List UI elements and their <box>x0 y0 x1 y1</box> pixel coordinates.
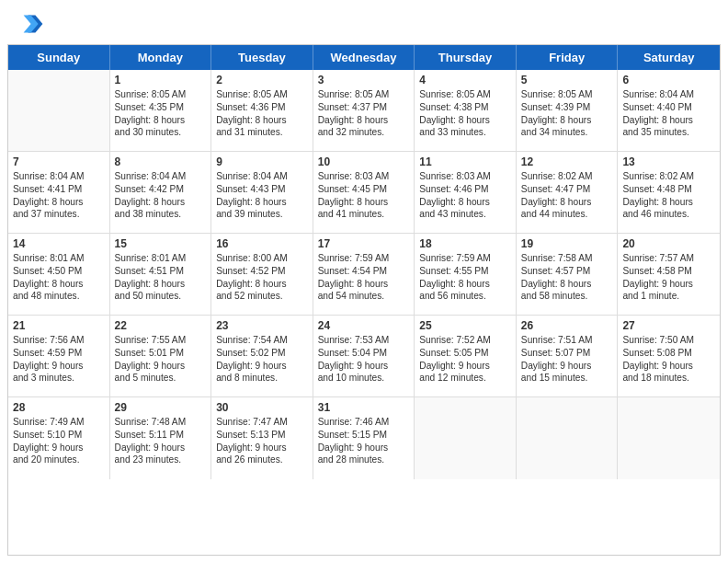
sunset-line: Sunset: 4:55 PM <box>419 265 511 278</box>
sunset-line: Sunset: 4:42 PM <box>115 183 207 196</box>
sunrise-line: Sunrise: 8:02 AM <box>521 170 613 183</box>
daylight-hours: Daylight: 8 hours <box>521 278 613 291</box>
day-number: 18 <box>419 237 511 250</box>
sunset-line: Sunset: 5:10 PM <box>13 429 105 442</box>
day-cell-23: 23Sunrise: 7:54 AMSunset: 5:02 PMDayligh… <box>211 316 313 396</box>
daylight-hours: Daylight: 8 hours <box>419 114 511 127</box>
sunset-line: Sunset: 4:59 PM <box>13 347 105 360</box>
day-cell-29: 29Sunrise: 7:48 AMSunset: 5:11 PMDayligh… <box>110 397 212 479</box>
sunrise-line: Sunrise: 7:50 AM <box>622 334 715 347</box>
sunrise-line: Sunrise: 8:04 AM <box>622 88 715 101</box>
sunset-line: Sunset: 4:37 PM <box>318 101 410 114</box>
sunrise-line: Sunrise: 8:03 AM <box>318 170 410 183</box>
sunset-line: Sunset: 5:02 PM <box>216 347 308 360</box>
day-cell-19: 19Sunrise: 7:58 AMSunset: 4:57 PMDayligh… <box>517 234 619 315</box>
sunset-line: Sunset: 5:07 PM <box>521 347 613 360</box>
day-cell-27: 27Sunrise: 7:50 AMSunset: 5:08 PMDayligh… <box>618 316 720 396</box>
empty-cell <box>618 397 720 479</box>
sunrise-line: Sunrise: 7:59 AM <box>318 252 410 265</box>
logo <box>15 9 48 39</box>
daylight-minutes: and 10 minutes. <box>318 372 410 385</box>
daylight-minutes: and 52 minutes. <box>216 290 308 303</box>
daylight-hours: Daylight: 8 hours <box>622 114 715 127</box>
calendar-week-4: 21Sunrise: 7:56 AMSunset: 4:59 PMDayligh… <box>8 316 720 397</box>
day-cell-8: 8Sunrise: 8:04 AMSunset: 4:42 PMDaylight… <box>110 152 212 233</box>
day-cell-14: 14Sunrise: 8:01 AMSunset: 4:50 PMDayligh… <box>8 234 110 315</box>
sunset-line: Sunset: 5:13 PM <box>216 429 308 442</box>
day-number: 8 <box>115 155 207 168</box>
sunrise-line: Sunrise: 8:04 AM <box>115 170 207 183</box>
sunrise-line: Sunrise: 7:56 AM <box>13 334 105 347</box>
day-number: 26 <box>521 319 613 332</box>
daylight-hours: Daylight: 8 hours <box>216 196 308 209</box>
sunrise-line: Sunrise: 7:49 AM <box>13 416 105 429</box>
sunrise-line: Sunrise: 7:57 AM <box>622 252 715 265</box>
calendar-week-2: 7Sunrise: 8:04 AMSunset: 4:41 PMDaylight… <box>8 152 720 234</box>
sunrise-line: Sunrise: 7:48 AM <box>115 416 207 429</box>
daylight-hours: Daylight: 8 hours <box>115 114 207 127</box>
day-number: 21 <box>13 319 105 332</box>
daylight-hours: Daylight: 8 hours <box>318 278 410 291</box>
sunrise-line: Sunrise: 7:58 AM <box>521 252 613 265</box>
daylight-minutes: and 28 minutes. <box>318 454 410 466</box>
daylight-minutes: and 8 minutes. <box>216 372 308 385</box>
day-number: 27 <box>622 319 715 332</box>
sunrise-line: Sunrise: 8:03 AM <box>419 170 511 183</box>
daylight-hours: Daylight: 8 hours <box>115 278 207 291</box>
sunrise-line: Sunrise: 7:53 AM <box>318 334 410 347</box>
daylight-minutes: and 41 minutes. <box>318 208 410 221</box>
daylight-hours: Daylight: 9 hours <box>622 360 715 373</box>
sunrise-line: Sunrise: 8:01 AM <box>115 252 207 265</box>
day-cell-25: 25Sunrise: 7:52 AMSunset: 5:05 PMDayligh… <box>415 316 517 396</box>
day-number: 23 <box>216 319 308 332</box>
sunset-line: Sunset: 4:47 PM <box>521 183 613 196</box>
daylight-minutes: and 32 minutes. <box>318 126 410 139</box>
day-number: 28 <box>13 401 105 414</box>
day-cell-2: 2Sunrise: 8:05 AMSunset: 4:36 PMDaylight… <box>211 70 313 151</box>
sunset-line: Sunset: 5:15 PM <box>318 429 410 442</box>
day-number: 25 <box>419 319 511 332</box>
daylight-hours: Daylight: 9 hours <box>115 442 207 454</box>
header-day-tuesday: Tuesday <box>211 45 313 70</box>
daylight-minutes: and 15 minutes. <box>521 372 613 385</box>
daylight-minutes: and 5 minutes. <box>115 372 207 385</box>
day-number: 24 <box>318 319 410 332</box>
day-number: 15 <box>115 237 207 250</box>
day-number: 19 <box>521 237 613 250</box>
sunrise-line: Sunrise: 8:04 AM <box>216 170 308 183</box>
day-cell-9: 9Sunrise: 8:04 AMSunset: 4:43 PMDaylight… <box>211 152 313 233</box>
daylight-minutes: and 3 minutes. <box>13 372 105 385</box>
daylight-minutes: and 33 minutes. <box>419 126 511 139</box>
sunset-line: Sunset: 4:52 PM <box>216 265 308 278</box>
header-day-wednesday: Wednesday <box>313 45 415 70</box>
day-number: 20 <box>622 237 715 250</box>
day-cell-10: 10Sunrise: 8:03 AMSunset: 4:45 PMDayligh… <box>313 152 415 233</box>
daylight-minutes: and 43 minutes. <box>419 208 511 221</box>
day-cell-15: 15Sunrise: 8:01 AMSunset: 4:51 PMDayligh… <box>110 234 212 315</box>
daylight-hours: Daylight: 8 hours <box>419 278 511 291</box>
daylight-hours: Daylight: 9 hours <box>115 360 207 373</box>
sunrise-line: Sunrise: 8:05 AM <box>419 88 511 101</box>
day-number: 3 <box>318 74 410 86</box>
sunrise-line: Sunrise: 7:51 AM <box>521 334 613 347</box>
sunset-line: Sunset: 4:35 PM <box>115 101 207 114</box>
header-day-saturday: Saturday <box>618 45 720 70</box>
day-number: 5 <box>521 74 613 86</box>
calendar-body: 1Sunrise: 8:05 AMSunset: 4:35 PMDaylight… <box>8 70 720 479</box>
daylight-hours: Daylight: 8 hours <box>318 196 410 209</box>
sunset-line: Sunset: 4:48 PM <box>622 183 715 196</box>
day-cell-13: 13Sunrise: 8:02 AMSunset: 4:48 PMDayligh… <box>618 152 720 233</box>
day-number: 22 <box>115 319 207 332</box>
sunset-line: Sunset: 4:57 PM <box>521 265 613 278</box>
day-number: 16 <box>216 237 308 250</box>
empty-cell <box>415 397 517 479</box>
sunrise-line: Sunrise: 7:52 AM <box>419 334 511 347</box>
day-number: 11 <box>419 155 511 168</box>
day-number: 6 <box>622 74 715 86</box>
sunset-line: Sunset: 5:05 PM <box>419 347 511 360</box>
sunrise-line: Sunrise: 8:05 AM <box>115 88 207 101</box>
daylight-hours: Daylight: 8 hours <box>419 196 511 209</box>
header-day-thursday: Thursday <box>415 45 517 70</box>
sunset-line: Sunset: 4:39 PM <box>521 101 613 114</box>
header-day-monday: Monday <box>110 45 212 70</box>
